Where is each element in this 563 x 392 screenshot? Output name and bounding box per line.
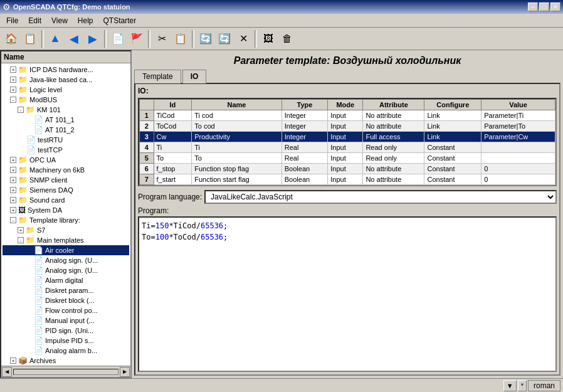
table-row[interactable]: 4TiTiRealInputRead onlyConstant — [140, 142, 555, 153]
window-controls: ─ □ ✕ — [528, 3, 560, 11]
tree-item[interactable]: 📄PID sign. (Uni... — [3, 326, 129, 336]
toolbar-img2[interactable]: 🗑 — [278, 30, 296, 48]
tree-expand-icon[interactable]: - — [10, 217, 16, 223]
menu-item-edit[interactable]: Edit — [23, 15, 46, 26]
scroll-right-button[interactable]: ▶ — [120, 367, 130, 377]
toolbar-refresh2[interactable]: 🔄 — [216, 30, 233, 48]
status-btn2[interactable]: * — [518, 380, 527, 391]
tree-item[interactable]: +🖼System DA — [3, 205, 129, 215]
tree-item[interactable]: -📁ModBUS — [3, 95, 129, 105]
tree-item[interactable]: -📁KM 101 — [3, 105, 129, 115]
tree-expand-icon[interactable]: + — [10, 207, 16, 213]
table-cell: Input — [328, 132, 363, 142]
tree-item[interactable]: +📁OPC UA — [3, 155, 129, 165]
toolbar-forward[interactable]: ▶ — [84, 30, 102, 48]
tree-item[interactable]: 📄Analog sign. (U... — [3, 255, 129, 265]
tree-item[interactable]: 📄AT 101_2 — [3, 125, 129, 135]
toolbar-img1[interactable]: 🖼 — [260, 30, 277, 48]
tree-item[interactable]: 📄Analog sign. (U... — [3, 265, 129, 275]
tree-item-icon: 📄 — [34, 246, 43, 255]
tree-expand-icon[interactable]: + — [10, 157, 16, 163]
table-row[interactable]: 7f_startFunction start flagBooleanInputN… — [140, 174, 555, 185]
tree-item[interactable]: +📁Java-like based ca... — [3, 75, 129, 85]
toolbar-open[interactable]: 📋 — [21, 30, 39, 48]
tree-item[interactable]: 📄testRTU — [3, 135, 129, 145]
program-language-select[interactable]: JavaLikeCalc.JavaScript — [204, 190, 557, 204]
table-header: IdNameTypeModeAttributeConfigureValue — [140, 100, 555, 110]
tree-expand-icon[interactable]: - — [10, 97, 16, 103]
tree-expand-icon[interactable]: + — [10, 187, 16, 193]
tree-item[interactable]: +📁Sound card — [3, 195, 129, 205]
toolbar-up[interactable]: ▲ — [46, 30, 64, 48]
close-button[interactable]: ✕ — [550, 3, 560, 11]
sidebar-scrollbar[interactable]: ◀ ▶ — [1, 366, 130, 377]
tree-item[interactable]: 📄Manual input (... — [3, 315, 129, 326]
toolbar-back[interactable]: ◀ — [65, 30, 83, 48]
tab-io[interactable]: IO — [182, 70, 207, 83]
titlebar: ⚙ OpenSCADA QTCfg: Demo statuion ─ □ ✕ — [0, 0, 563, 14]
menu-item-file[interactable]: File — [1, 15, 23, 26]
tree-item[interactable]: -📁Main templates — [3, 235, 129, 245]
tree-expand-icon[interactable]: - — [18, 237, 24, 243]
tree-expand-icon[interactable]: + — [10, 167, 16, 173]
tree-expand-icon[interactable]: + — [10, 66, 16, 73]
tree-item[interactable]: 📄Analog alarm b... — [3, 346, 129, 356]
table-cell: To — [192, 153, 282, 164]
table-row[interactable]: 2ToCodTo codIntegerInputNo attributeLink… — [140, 121, 555, 132]
menu-item-qtstarter[interactable]: QTStarter — [98, 15, 142, 26]
table-row[interactable]: 5ToToRealInputRead onlyConstant — [140, 153, 555, 164]
tree-item[interactable]: +📁S7 — [3, 225, 129, 235]
program-editor[interactable]: Ti=150*TiCod/65536;To=100*ToCod/65536; — [138, 216, 557, 372]
code-line: Ti=150*TiCod/65536; — [142, 220, 553, 231]
tree-item[interactable]: +📦Archives — [3, 356, 129, 366]
minimize-button[interactable]: ─ — [528, 3, 538, 11]
tree-item[interactable]: 📄Flow control po... — [3, 305, 129, 315]
tree-item[interactable]: +📁Siemens DAQ — [3, 185, 129, 195]
tree-item[interactable]: -📁Template library: — [3, 215, 129, 225]
tree-item[interactable]: 📄Impulse PID s... — [3, 336, 129, 346]
tree-item[interactable]: +📁SNMP client — [3, 175, 129, 185]
tree-item[interactable]: 📄testTCP — [3, 145, 129, 155]
scroll-left-button[interactable]: ◀ — [2, 367, 12, 377]
status-btn1[interactable]: ▼ — [503, 380, 517, 391]
tree-expand-icon[interactable]: + — [10, 87, 16, 93]
menu-item-help[interactable]: Help — [73, 15, 98, 26]
toolbar-flag[interactable]: 🚩 — [128, 30, 145, 48]
toolbar-new[interactable]: 📄 — [109, 30, 127, 48]
tree-expand-icon[interactable]: + — [10, 197, 16, 203]
maximize-button[interactable]: □ — [539, 3, 549, 11]
tree-item[interactable]: +📁Logic level — [3, 85, 129, 95]
table-cell: Constant — [424, 153, 481, 164]
tree-item[interactable]: 📄AT 101_1 — [3, 115, 129, 125]
tree-item[interactable]: 📄Alarm digital — [3, 275, 129, 285]
table-row[interactable]: 6f_stopFunction stop flagBooleanInputNo … — [140, 164, 555, 174]
tree-expand-icon[interactable]: - — [18, 107, 24, 113]
tree-item-label: AT 101_2 — [45, 126, 75, 134]
toolbar-refresh1[interactable]: 🔄 — [197, 30, 214, 48]
tree-item-icon: 📁 — [18, 85, 28, 94]
tree-item[interactable]: +📁Machinery on 6kB — [3, 165, 129, 175]
toolbar-copy[interactable]: 📋 — [172, 30, 189, 48]
toolbar-home[interactable]: 🏠 — [3, 30, 20, 48]
tree-expand-icon[interactable]: + — [10, 358, 16, 364]
table-row-num: 6 — [140, 164, 154, 174]
table-row[interactable]: 3CwProductivityIntegerInputFull accessLi… — [140, 132, 555, 142]
tree-expand-icon[interactable]: + — [10, 77, 16, 83]
sidebar-title: Name — [1, 51, 130, 63]
toolbar-cut[interactable]: ✂ — [153, 30, 171, 48]
toolbar: 🏠 📋 ▲ ◀ ▶ 📄 🚩 ✂ 📋 🔄 🔄 ✕ 🖼 🗑 — [0, 28, 563, 50]
tab-template[interactable]: Template — [134, 70, 181, 83]
menu-item-view[interactable]: View — [46, 15, 73, 26]
tree-item[interactable]: +📁ICP DAS hardware... — [3, 65, 129, 75]
tree-expand-icon[interactable]: + — [18, 227, 24, 233]
tree-item[interactable]: 📄Diskret block (... — [3, 295, 129, 305]
tree-expand-icon[interactable]: + — [10, 177, 16, 183]
tree-item[interactable]: 📄Air cooler — [3, 245, 129, 255]
tree-item[interactable]: 📄Diskret param... — [3, 285, 129, 295]
tree-item-label: Machinery on 6kB — [29, 166, 85, 174]
table-row[interactable]: 1TiCodTi codIntegerInputNo attributeLink… — [140, 110, 555, 121]
tree-item-label: Main templates — [37, 236, 84, 244]
toolbar-stop[interactable]: ✕ — [234, 30, 252, 48]
tree-item-label: Logic level — [29, 86, 62, 93]
table-cell: Integer — [282, 132, 327, 142]
